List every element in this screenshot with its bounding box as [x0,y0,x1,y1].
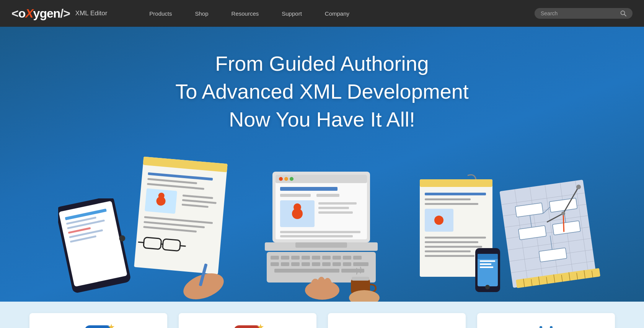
svg-line-28 [138,242,143,242]
calendar-icon-wrapper: 1 2 3 4 5 6 7 8 9 10 11 12 13 14 15 [533,324,559,328]
svg-rect-77 [352,277,369,281]
svg-rect-96 [480,266,493,268]
svg-rect-52 [271,256,279,260]
star-badge-xml-editor: ★ [108,322,115,328]
svg-point-97 [485,285,490,289]
svg-point-36 [284,177,288,181]
svg-rect-40 [316,194,339,197]
svg-rect-47 [280,231,360,233]
svg-rect-45 [318,207,349,209]
svg-rect-48 [280,235,353,237]
svg-rect-86 [425,237,486,239]
blueprint-illustration [498,179,602,294]
svg-rect-90 [425,255,474,257]
webinar-text: webinAr [374,326,419,328]
svg-rect-64 [302,262,310,266]
search-icon [620,10,626,16]
svg-rect-57 [322,256,331,260]
webinar-icon: webinAr [382,324,412,328]
svg-rect-34 [276,175,367,183]
xml-editor-icon-wrapper: X ★ [83,324,114,328]
svg-rect-67 [333,262,341,266]
cards-section: X ★ See what is new inOxygen XML Editor … [0,302,644,328]
star-badge-web-author: ★ [257,322,264,328]
navbar: <oXygen/> XML Editor Products Shop Resou… [0,0,644,27]
search-button[interactable] [620,10,626,16]
svg-rect-50 [295,242,347,248]
svg-rect-62 [281,262,289,266]
svg-rect-66 [322,262,331,266]
svg-line-1 [624,15,626,16]
search-input[interactable] [541,10,617,16]
svg-point-43 [293,203,301,211]
svg-rect-60 [353,256,362,260]
svg-rect-53 [281,256,289,260]
svg-rect-54 [291,256,300,260]
brand-subtitle: XML Editor [75,10,107,17]
svg-rect-82 [425,198,471,200]
card-events[interactable]: 1 2 3 4 5 6 7 8 9 10 11 12 13 14 15 [477,313,615,328]
search-bar [535,8,633,19]
svg-point-35 [279,177,283,181]
nav-item-resources[interactable]: Resources [220,0,271,27]
brand-logo[interactable]: <oXygen/> XML Editor [11,6,107,21]
svg-rect-88 [425,246,482,248]
svg-rect-94 [480,260,495,262]
svg-rect-70 [274,269,339,273]
svg-point-85 [434,216,443,225]
svg-rect-65 [312,262,320,266]
tablet-illustration [58,198,131,294]
svg-rect-95 [480,263,491,265]
svg-rect-69 [353,262,368,266]
svg-rect-39 [280,194,311,197]
svg-rect-56 [312,256,320,260]
svg-rect-44 [318,202,357,205]
svg-rect-58 [333,256,341,260]
svg-rect-63 [291,262,300,266]
web-author-icon-wrapper: A ★ [232,324,263,328]
svg-rect-59 [343,256,351,260]
nav-item-company[interactable]: Company [313,0,361,27]
svg-point-37 [290,177,293,181]
main-nav: Products Shop Resources Support Company [138,0,519,27]
nav-item-products[interactable]: Products [138,0,183,27]
svg-rect-38 [280,187,337,191]
svg-rect-87 [425,241,478,243]
card-webinar[interactable]: webinAr Create JSON Schema in DesignMode [328,313,466,328]
svg-rect-81 [425,193,486,195]
nav-item-shop[interactable]: Shop [184,0,220,27]
svg-rect-46 [318,211,353,214]
hero-section: From Guided Authoring To Advanced XML De… [0,27,644,302]
card-xml-editor[interactable]: X ★ See what is new inOxygen XML Editor … [29,313,167,328]
svg-line-29 [180,245,186,246]
svg-rect-83 [425,203,478,205]
svg-rect-68 [343,262,351,266]
svg-rect-141 [550,326,553,328]
nav-item-support[interactable]: Support [270,0,313,27]
logo: <oXygen/> [11,6,70,21]
svg-rect-61 [271,262,279,266]
hero-illustrations [35,153,609,302]
svg-rect-89 [425,250,471,252]
svg-rect-55 [302,256,310,260]
svg-rect-80 [420,179,492,187]
doc-glasses-illustration [127,156,238,302]
svg-rect-93 [478,254,498,259]
laptop-illustration [257,164,387,302]
hero-title: From Guided Authoring To Advanced XML De… [175,50,468,133]
svg-point-75 [323,278,332,292]
calendar-icon: 1 2 3 4 5 6 7 8 9 10 11 12 13 14 15 [533,324,559,328]
svg-rect-140 [540,326,542,328]
card-web-author[interactable]: A ★ See what is new inOxygen Web Author … [179,313,316,328]
